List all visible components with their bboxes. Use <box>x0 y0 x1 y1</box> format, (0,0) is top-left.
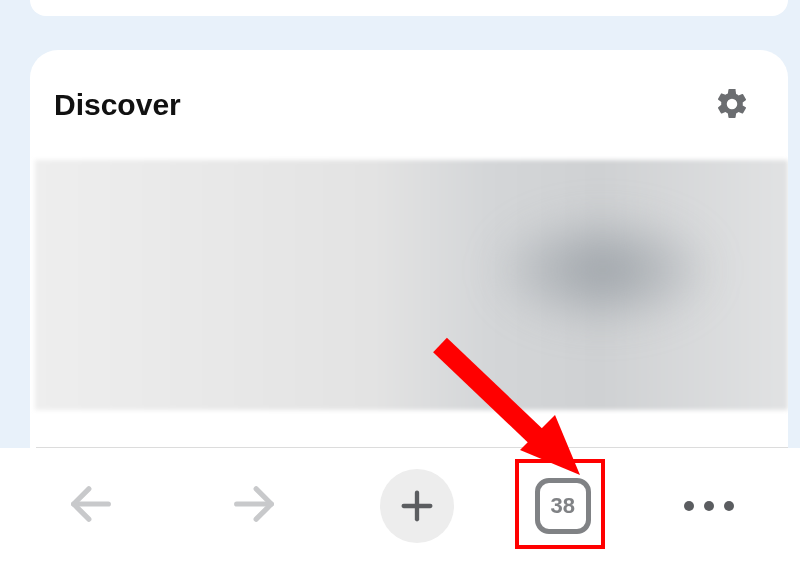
bottom-toolbar: 38 <box>0 448 800 563</box>
more-icon <box>684 501 734 511</box>
discover-content-blur <box>488 210 718 330</box>
back-button[interactable] <box>46 461 136 551</box>
arrow-left-icon <box>65 478 117 533</box>
discover-title: Discover <box>54 88 181 122</box>
discover-card: Discover <box>30 50 788 448</box>
new-tab-button[interactable] <box>372 461 462 551</box>
plus-circle-icon <box>380 469 454 543</box>
discover-settings-button[interactable] <box>710 83 754 127</box>
discover-header: Discover <box>30 50 788 160</box>
previous-card-bottom <box>30 0 788 16</box>
menu-button[interactable] <box>664 461 754 551</box>
arrow-right-icon <box>228 478 280 533</box>
tabs-button[interactable]: 38 <box>535 478 591 534</box>
forward-button[interactable] <box>209 461 299 551</box>
gear-icon <box>714 86 750 125</box>
page-root: Discover <box>0 0 800 563</box>
tab-count-label: 38 <box>551 493 575 519</box>
